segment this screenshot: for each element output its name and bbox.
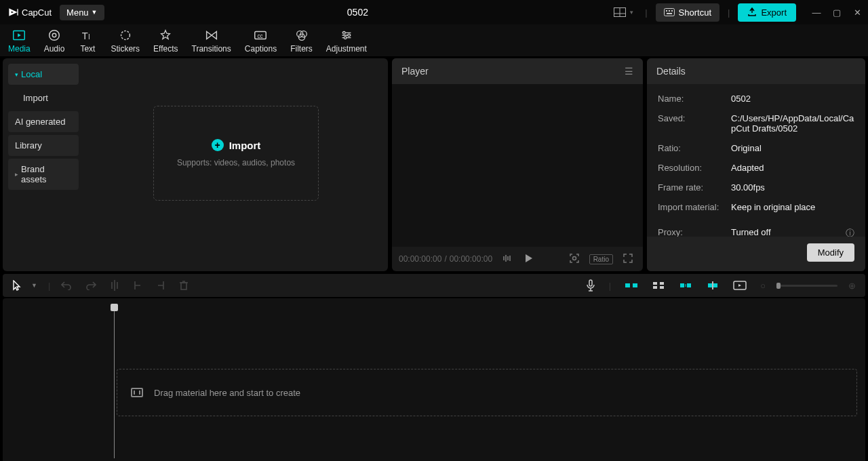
maximize-button[interactable]: ▢ <box>831 7 842 18</box>
details-row-framerate: Frame rate:30.00fps <box>658 182 854 193</box>
svg-rect-28 <box>589 280 592 286</box>
snap-tool-1[interactable] <box>622 280 641 291</box>
player-viewport[interactable] <box>392 84 643 247</box>
keyboard-icon <box>664 8 675 16</box>
volume-icon[interactable] <box>499 252 515 266</box>
captions-icon: cc <box>253 28 268 43</box>
svg-rect-23 <box>505 255 507 262</box>
ratio-button[interactable]: Ratio <box>589 254 613 264</box>
timeline[interactable]: Drag material here and start to create <box>3 298 865 461</box>
svg-rect-6 <box>671 10 673 12</box>
details-row-proxy: Proxy:Turned offⓘ <box>658 227 854 237</box>
hamburger-icon[interactable]: ☰ <box>625 66 633 77</box>
snap-tool-4[interactable] <box>703 279 722 292</box>
menu-button[interactable]: Menu ▼ <box>60 5 104 20</box>
pointer-dropdown[interactable]: ▼ <box>28 281 40 290</box>
capcut-logo-icon <box>8 7 19 18</box>
svg-text:I: I <box>88 33 90 40</box>
sidebar-item-import[interactable]: Import <box>8 87 79 108</box>
play-button[interactable] <box>522 252 536 266</box>
svg-rect-4 <box>666 10 667 12</box>
preview-icon[interactable] <box>730 279 749 292</box>
svg-point-13 <box>121 31 130 39</box>
mic-icon[interactable] <box>583 278 598 293</box>
delete-button[interactable] <box>176 279 191 292</box>
caret-down-icon: ▾ <box>15 71 18 78</box>
redo-button[interactable] <box>83 279 99 292</box>
export-icon <box>747 7 757 17</box>
details-panel: Details Name:0502 Saved:C:/Users/HP/AppD… <box>647 58 865 271</box>
titlebar: CapCut Menu ▼ 0502 ▼ | Shortcut | Export… <box>0 0 868 24</box>
svg-text:T: T <box>82 30 88 41</box>
caret-right-icon: ▸ <box>15 171 18 178</box>
details-row-ratio: Ratio:Original <box>658 143 854 153</box>
tab-stickers[interactable]: Stickers <box>104 25 146 56</box>
svg-point-21 <box>344 36 347 39</box>
playhead[interactable] <box>114 304 115 458</box>
svg-rect-33 <box>653 286 657 289</box>
svg-point-10 <box>52 33 56 37</box>
svg-rect-7 <box>667 13 672 14</box>
export-button[interactable]: Export <box>738 3 796 22</box>
minimize-button[interactable]: — <box>811 7 822 18</box>
zoom-slider[interactable] <box>776 285 837 287</box>
details-footer: Modify <box>647 237 865 271</box>
tab-media[interactable]: Media <box>1 25 37 56</box>
player-title: Player <box>401 66 429 77</box>
time-total: 00:00:00:00 <box>450 254 492 264</box>
filters-icon <box>294 28 309 43</box>
player-panel: Player ☰ 00:00:00:00 / 00:00:00:00 Ratio <box>392 58 643 271</box>
trim-right-button[interactable] <box>153 279 168 292</box>
tab-transitions[interactable]: Transitions <box>185 25 238 56</box>
tab-filters[interactable]: Filters <box>283 25 319 56</box>
details-body: Name:0502 Saved:C:/Users/HP/AppData/Loca… <box>647 84 865 237</box>
close-button[interactable]: ✕ <box>852 7 863 18</box>
zoom-out-button[interactable]: ○ <box>757 279 768 292</box>
svg-rect-32 <box>660 282 664 285</box>
modify-button[interactable]: Modify <box>807 243 854 262</box>
svg-rect-37 <box>685 284 686 287</box>
project-title: 0502 <box>104 7 612 18</box>
effects-icon <box>158 28 173 43</box>
tab-effects[interactable]: Effects <box>146 25 184 56</box>
main-panels: ▾Local Import AI generated Library ▸Bran… <box>0 57 868 273</box>
import-subtitle: Supports: videos, audios, photos <box>177 158 295 167</box>
pointer-tool[interactable] <box>9 279 24 292</box>
fullscreen-icon[interactable] <box>620 252 636 267</box>
details-header: Details <box>647 58 865 84</box>
sidebar-item-ai-generated[interactable]: AI generated <box>8 111 79 132</box>
chevron-down-icon: ▼ <box>92 9 98 16</box>
sidebar-item-library[interactable]: Library <box>8 135 79 156</box>
import-dropzone[interactable]: + Import Supports: videos, audios, photo… <box>153 106 319 201</box>
layout-switcher[interactable]: ▼ <box>611 5 637 20</box>
tab-text[interactable]: TI Text <box>71 25 104 56</box>
zoom-in-button[interactable]: ⊕ <box>846 279 859 292</box>
snap-tool-3[interactable] <box>676 280 695 291</box>
shortcut-button[interactable]: Shortcut <box>656 3 719 22</box>
undo-button[interactable] <box>58 279 75 292</box>
titlebar-right: ▼ | Shortcut | Export — ▢ ✕ <box>611 3 863 22</box>
snap-tool-2[interactable] <box>649 279 668 292</box>
playhead-handle[interactable] <box>111 304 118 311</box>
info-icon[interactable]: ⓘ <box>846 227 854 237</box>
svg-rect-34 <box>660 286 664 289</box>
details-row-import-material: Import material:Keep in original place <box>658 202 854 212</box>
tab-audio[interactable]: Audio <box>37 25 72 56</box>
tab-adjustment[interactable]: Adjustment <box>319 25 374 56</box>
tab-captions[interactable]: cc Captions <box>238 25 283 56</box>
trim-left-button[interactable] <box>130 279 145 292</box>
timeline-dropzone[interactable]: Drag material here and start to create <box>117 369 857 416</box>
svg-rect-35 <box>680 283 684 287</box>
scan-icon[interactable] <box>566 252 583 267</box>
player-controls: 00:00:00:00 / 00:00:00:00 Ratio <box>392 247 643 271</box>
media-sidebar: ▾Local Import AI generated Library ▸Bran… <box>3 58 84 271</box>
split-button[interactable] <box>107 279 122 292</box>
svg-rect-27 <box>181 283 186 289</box>
svg-rect-24 <box>507 256 509 260</box>
sidebar-item-brand-assets[interactable]: ▸Brand assets <box>8 159 79 190</box>
sidebar-item-local[interactable]: ▾Local <box>8 64 79 85</box>
zoom-thumb[interactable] <box>776 283 781 289</box>
text-icon: TI <box>80 28 95 43</box>
timeline-toolbar: ▼ | | ○ ⊕ <box>3 274 865 297</box>
media-panel: ▾Local Import AI generated Library ▸Bran… <box>3 58 388 271</box>
